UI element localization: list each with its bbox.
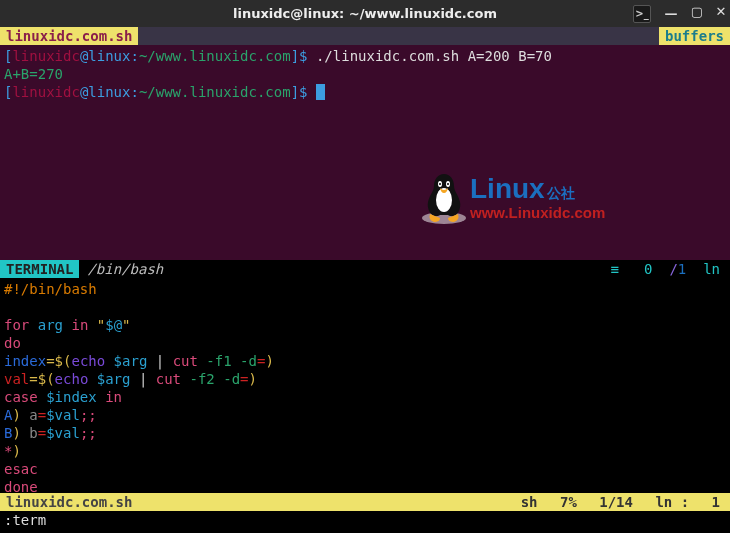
cursor: [316, 84, 325, 100]
terminal-app-icon: >_: [633, 5, 651, 23]
svg-point-1: [436, 188, 452, 212]
hamburger-icon: ≡: [610, 261, 618, 277]
window-minimize-button[interactable]: —: [662, 6, 680, 21]
code-line: A) a=$val;;: [4, 406, 726, 424]
svg-point-2: [438, 181, 442, 187]
status-filename: linuxidc.com.sh: [0, 493, 138, 511]
tab-strip: linuxidc.com.sh buffers: [0, 27, 730, 45]
code-line: esac: [4, 460, 726, 478]
shell-name: /bin/bash: [79, 260, 171, 278]
logo-text-sub: 公社: [547, 185, 575, 201]
status-line: linuxidc.com.sh sh 7% 1/14 ln : 1: [0, 493, 730, 511]
code-line: #!/bin/bash: [4, 280, 726, 298]
code-line: for arg in "$@": [4, 316, 726, 334]
penguin-icon: [420, 170, 468, 226]
buffers-label[interactable]: buffers: [659, 27, 730, 45]
window-titlebar: linuxidc@linux: ~/www.linuxidc.com >_ — …: [0, 0, 730, 27]
logo-url: www.Linuxidc.com: [470, 205, 605, 220]
code-line: do: [4, 334, 726, 352]
editor-pane[interactable]: #!/bin/bash for arg in "$@" do index=$(e…: [0, 278, 730, 493]
terminal-badge: TERMINAL: [0, 260, 79, 278]
status-right: sh 7% 1/14 ln : 1: [507, 493, 730, 511]
divider-stats: ≡ 0 /1 ln: [610, 260, 730, 278]
vim-command-line[interactable]: :term: [0, 511, 730, 529]
logo-text-main: Linux: [470, 173, 545, 204]
code-line: [4, 298, 726, 316]
svg-point-3: [439, 183, 441, 185]
pane-divider: TERMINAL /bin/bash ≡ 0 /1 ln: [0, 260, 730, 278]
terminal-line-1: [linuxidc@linux:~/www.linuxidc.com]$ ./l…: [4, 47, 726, 65]
window-close-button[interactable]: ✕: [712, 4, 730, 19]
watermark-logo: Linux公社 www.Linuxidc.com: [420, 155, 660, 240]
svg-point-5: [447, 183, 449, 185]
code-line: B) b=$val;;: [4, 424, 726, 442]
tab-file[interactable]: linuxidc.com.sh: [0, 27, 138, 45]
code-line: index=$(echo $arg | cut -f1 -d=): [4, 352, 726, 370]
svg-point-0: [422, 212, 466, 224]
code-line: val=$(echo $arg | cut -f2 -d=): [4, 370, 726, 388]
terminal-line-2: A+B=270: [4, 65, 726, 83]
terminal-output-pane[interactable]: [linuxidc@linux:~/www.linuxidc.com]$ ./l…: [0, 45, 730, 260]
code-line: *): [4, 442, 726, 460]
terminal-line-3: [linuxidc@linux:~/www.linuxidc.com]$: [4, 83, 726, 101]
window-maximize-button[interactable]: ▢: [688, 4, 706, 19]
code-line: case $index in: [4, 388, 726, 406]
window-title: linuxidc@linux: ~/www.linuxidc.com: [233, 6, 497, 21]
svg-point-4: [446, 181, 450, 187]
